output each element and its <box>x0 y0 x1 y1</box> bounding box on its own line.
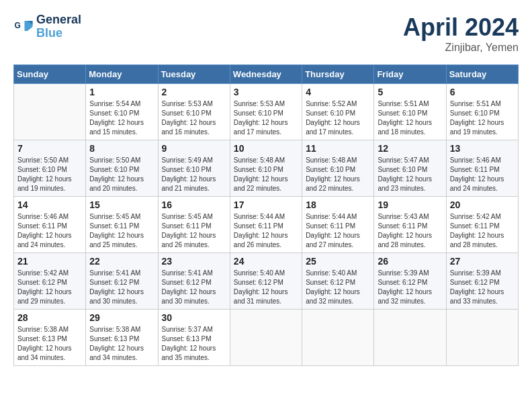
logo: G GeneralBlue <box>13 13 81 40</box>
calendar-cell: 5Sunrise: 5:51 AM Sunset: 6:10 PM Daylig… <box>374 84 446 140</box>
calendar-cell: 27Sunrise: 5:39 AM Sunset: 6:12 PM Dayli… <box>446 253 518 310</box>
day-info: Sunrise: 5:41 AM Sunset: 6:12 PM Dayligh… <box>89 269 154 306</box>
calendar-cell <box>230 310 302 366</box>
day-number: 26 <box>378 256 442 267</box>
logo-icon: G <box>13 17 34 37</box>
day-info: Sunrise: 5:48 AM Sunset: 6:10 PM Dayligh… <box>234 156 298 193</box>
day-number: 14 <box>17 199 82 210</box>
day-info: Sunrise: 5:43 AM Sunset: 6:11 PM Dayligh… <box>378 212 442 250</box>
day-number: 15 <box>89 199 154 210</box>
day-number: 2 <box>162 87 226 97</box>
column-header-wednesday: Wednesday <box>230 65 302 84</box>
calendar-cell: 11Sunrise: 5:48 AM Sunset: 6:10 PM Dayli… <box>302 140 374 197</box>
calendar-cell: 25Sunrise: 5:40 AM Sunset: 6:12 PM Dayli… <box>302 253 374 310</box>
day-info: Sunrise: 5:50 AM Sunset: 6:10 PM Dayligh… <box>89 156 154 193</box>
day-info: Sunrise: 5:39 AM Sunset: 6:12 PM Dayligh… <box>378 269 442 306</box>
calendar-cell: 20Sunrise: 5:42 AM Sunset: 6:11 PM Dayli… <box>446 197 518 253</box>
day-info: Sunrise: 5:41 AM Sunset: 6:12 PM Dayligh… <box>162 269 226 306</box>
day-info: Sunrise: 5:44 AM Sunset: 6:11 PM Dayligh… <box>306 212 370 250</box>
day-number: 28 <box>17 312 82 323</box>
day-info: Sunrise: 5:45 AM Sunset: 6:11 PM Dayligh… <box>89 212 154 250</box>
day-number: 20 <box>450 199 515 210</box>
day-number: 13 <box>450 143 515 154</box>
day-info: Sunrise: 5:53 AM Sunset: 6:10 PM Dayligh… <box>162 99 226 137</box>
calendar-cell <box>14 84 86 140</box>
day-info: Sunrise: 5:46 AM Sunset: 6:11 PM Dayligh… <box>17 212 82 250</box>
day-number: 22 <box>89 256 154 267</box>
week-row-5: 28Sunrise: 5:38 AM Sunset: 6:13 PM Dayli… <box>14 310 519 366</box>
calendar-cell: 2Sunrise: 5:53 AM Sunset: 6:10 PM Daylig… <box>158 84 230 140</box>
day-info: Sunrise: 5:53 AM Sunset: 6:10 PM Dayligh… <box>234 99 298 137</box>
day-info: Sunrise: 5:47 AM Sunset: 6:10 PM Dayligh… <box>378 156 442 193</box>
calendar-cell: 7Sunrise: 5:50 AM Sunset: 6:10 PM Daylig… <box>14 140 86 197</box>
day-number: 11 <box>306 143 370 154</box>
page-header: G GeneralBlue April 2024 Zinjibar, Yemen <box>13 13 519 54</box>
calendar-cell: 14Sunrise: 5:46 AM Sunset: 6:11 PM Dayli… <box>14 197 86 253</box>
column-header-thursday: Thursday <box>302 65 374 84</box>
day-number: 19 <box>378 199 442 210</box>
day-number: 17 <box>234 199 298 210</box>
day-number: 25 <box>306 256 370 267</box>
calendar-cell: 1Sunrise: 5:54 AM Sunset: 6:10 PM Daylig… <box>86 84 158 140</box>
day-info: Sunrise: 5:54 AM Sunset: 6:10 PM Dayligh… <box>89 99 154 137</box>
calendar-cell: 12Sunrise: 5:47 AM Sunset: 6:10 PM Dayli… <box>374 140 446 197</box>
calendar-header-row: SundayMondayTuesdayWednesdayThursdayFrid… <box>14 65 519 84</box>
calendar-cell: 16Sunrise: 5:45 AM Sunset: 6:11 PM Dayli… <box>158 197 230 253</box>
calendar-cell: 10Sunrise: 5:48 AM Sunset: 6:10 PM Dayli… <box>230 140 302 197</box>
calendar-cell: 17Sunrise: 5:44 AM Sunset: 6:11 PM Dayli… <box>230 197 302 253</box>
day-info: Sunrise: 5:44 AM Sunset: 6:11 PM Dayligh… <box>234 212 298 250</box>
column-header-friday: Friday <box>374 65 446 84</box>
svg-text:G: G <box>15 20 21 30</box>
day-number: 16 <box>162 199 226 210</box>
day-info: Sunrise: 5:50 AM Sunset: 6:10 PM Dayligh… <box>17 156 82 193</box>
calendar-cell: 3Sunrise: 5:53 AM Sunset: 6:10 PM Daylig… <box>230 84 302 140</box>
day-number: 5 <box>378 87 442 97</box>
day-number: 7 <box>17 143 82 154</box>
day-number: 30 <box>162 312 226 323</box>
calendar-cell: 24Sunrise: 5:40 AM Sunset: 6:12 PM Dayli… <box>230 253 302 310</box>
day-number: 6 <box>450 87 515 97</box>
day-info: Sunrise: 5:40 AM Sunset: 6:12 PM Dayligh… <box>234 269 298 306</box>
day-number: 23 <box>162 256 226 267</box>
calendar-cell: 4Sunrise: 5:52 AM Sunset: 6:10 PM Daylig… <box>302 84 374 140</box>
day-number: 3 <box>234 87 298 97</box>
calendar-table: SundayMondayTuesdayWednesdayThursdayFrid… <box>13 64 519 366</box>
day-info: Sunrise: 5:39 AM Sunset: 6:12 PM Dayligh… <box>450 269 515 306</box>
calendar-cell <box>374 310 446 366</box>
day-info: Sunrise: 5:38 AM Sunset: 6:13 PM Dayligh… <box>17 325 82 363</box>
day-info: Sunrise: 5:38 AM Sunset: 6:13 PM Dayligh… <box>89 325 154 363</box>
week-row-1: 1Sunrise: 5:54 AM Sunset: 6:10 PM Daylig… <box>14 84 519 140</box>
calendar-cell: 9Sunrise: 5:49 AM Sunset: 6:10 PM Daylig… <box>158 140 230 197</box>
column-header-saturday: Saturday <box>446 65 518 84</box>
day-info: Sunrise: 5:51 AM Sunset: 6:10 PM Dayligh… <box>450 99 515 137</box>
title-block: April 2024 Zinjibar, Yemen <box>403 13 519 54</box>
calendar-cell <box>446 310 518 366</box>
week-row-3: 14Sunrise: 5:46 AM Sunset: 6:11 PM Dayli… <box>14 197 519 253</box>
calendar-cell: 22Sunrise: 5:41 AM Sunset: 6:12 PM Dayli… <box>86 253 158 310</box>
day-number: 4 <box>306 87 370 97</box>
calendar-cell: 19Sunrise: 5:43 AM Sunset: 6:11 PM Dayli… <box>374 197 446 253</box>
location-subtitle: Zinjibar, Yemen <box>403 42 519 54</box>
column-header-tuesday: Tuesday <box>158 65 230 84</box>
day-info: Sunrise: 5:37 AM Sunset: 6:13 PM Dayligh… <box>162 325 226 363</box>
week-row-4: 21Sunrise: 5:42 AM Sunset: 6:12 PM Dayli… <box>14 253 519 310</box>
month-title: April 2024 <box>403 13 519 42</box>
day-number: 8 <box>89 143 154 154</box>
logo-text: GeneralBlue <box>36 13 81 40</box>
day-info: Sunrise: 5:48 AM Sunset: 6:10 PM Dayligh… <box>306 156 370 193</box>
calendar-cell: 28Sunrise: 5:38 AM Sunset: 6:13 PM Dayli… <box>14 310 86 366</box>
calendar-cell: 29Sunrise: 5:38 AM Sunset: 6:13 PM Dayli… <box>86 310 158 366</box>
calendar-cell: 13Sunrise: 5:46 AM Sunset: 6:11 PM Dayli… <box>446 140 518 197</box>
column-header-monday: Monday <box>86 65 158 84</box>
column-header-sunday: Sunday <box>14 65 86 84</box>
calendar-cell: 26Sunrise: 5:39 AM Sunset: 6:12 PM Dayli… <box>374 253 446 310</box>
day-number: 27 <box>450 256 515 267</box>
day-number: 18 <box>306 199 370 210</box>
calendar-cell: 21Sunrise: 5:42 AM Sunset: 6:12 PM Dayli… <box>14 253 86 310</box>
day-info: Sunrise: 5:51 AM Sunset: 6:10 PM Dayligh… <box>378 99 442 137</box>
day-info: Sunrise: 5:52 AM Sunset: 6:10 PM Dayligh… <box>306 99 370 137</box>
day-number: 21 <box>17 256 82 267</box>
calendar-cell: 30Sunrise: 5:37 AM Sunset: 6:13 PM Dayli… <box>158 310 230 366</box>
day-number: 24 <box>234 256 298 267</box>
day-info: Sunrise: 5:49 AM Sunset: 6:10 PM Dayligh… <box>162 156 226 193</box>
